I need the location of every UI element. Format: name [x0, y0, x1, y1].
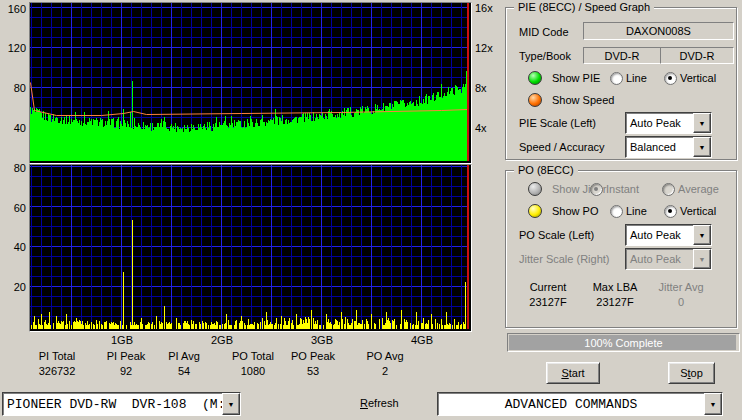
- speed-y-tick: 4x: [475, 122, 499, 134]
- stat-po-avg: PO Avg 2: [348, 350, 422, 377]
- dropdown-arrow-icon[interactable]: ▼: [704, 393, 722, 415]
- po-line-label: Line: [626, 205, 647, 217]
- speed-accuracy-select[interactable]: Balanced ▼: [625, 136, 712, 158]
- stat-label: PO Avg: [348, 350, 422, 362]
- jitter-average-radio: [662, 183, 675, 196]
- po-scale-label: PO Scale (Left): [519, 229, 594, 241]
- po-scale-value: Auto Peak: [626, 225, 693, 245]
- po-chart: [30, 165, 469, 329]
- show-speed-led-icon[interactable]: [528, 93, 542, 107]
- show-pie-led-icon[interactable]: [528, 71, 542, 85]
- po-scale-select[interactable]: Auto Peak ▼: [625, 224, 712, 246]
- po-group-title: PO (8ECC): [514, 164, 578, 176]
- dropdown-arrow-icon[interactable]: ▼: [222, 393, 240, 415]
- speed-y-tick: 8x: [475, 82, 499, 94]
- po-line-radio[interactable]: [610, 205, 623, 218]
- pie-y-tick: 120: [0, 42, 26, 54]
- pie-vertical-label: Vertical: [680, 72, 716, 84]
- progress-text: 100% Complete: [508, 334, 739, 351]
- jitter-instant-label: Instant: [606, 183, 639, 195]
- stat-value: 326732: [20, 365, 94, 377]
- advanced-commands-value: ADVANCED COMMANDS: [438, 393, 704, 415]
- x-axis-tick: 3GB: [302, 334, 342, 346]
- jitter-scale-select: Auto Peak ▼: [625, 248, 712, 270]
- pie-group-title: PIE (8ECC) / Speed Graph: [514, 1, 654, 13]
- jitter-avg-value: 0: [646, 296, 716, 308]
- max-lba-value: 23127F: [580, 296, 650, 308]
- show-pie-label: Show PIE: [552, 72, 600, 84]
- stat-value: 2: [348, 365, 422, 377]
- po-chart-frame: [29, 164, 472, 332]
- jitter-avg: Jitter Avg 0: [646, 281, 716, 308]
- pie-y-tick: 40: [0, 122, 26, 134]
- dropdown-arrow-icon[interactable]: ▼: [693, 113, 711, 133]
- x-axis-tick: 2GB: [202, 334, 242, 346]
- po-y-tick: 40: [0, 241, 26, 253]
- jitter-instant-radio: [590, 183, 603, 196]
- stop-button[interactable]: Stop: [668, 362, 715, 384]
- app-window: 160 120 80 40 16x 12x 8x 4x 80 60 40 20 …: [0, 0, 742, 420]
- pie-scale-value: Auto Peak: [626, 113, 693, 133]
- speed-y-tick: 12x: [475, 42, 499, 54]
- stat-label: PO Peak: [276, 350, 350, 362]
- x-axis-tick: 4GB: [402, 334, 442, 346]
- stat-value: 54: [147, 365, 221, 377]
- start-button[interactable]: Start: [546, 362, 600, 384]
- pie-scale-label: PIE Scale (Left): [519, 117, 596, 129]
- progress-bar: 100% Complete: [507, 333, 740, 352]
- current-label: Current: [513, 281, 583, 293]
- jitter-scale-label: Jitter Scale (Right): [519, 253, 609, 265]
- dropdown-arrow-icon[interactable]: ▼: [693, 225, 711, 245]
- stat-po-peak: PO Peak 53: [276, 350, 350, 377]
- po-group: PO (8ECC) Show Jitter Instant Average Sh…: [505, 170, 737, 328]
- show-jitter-led-icon: [528, 182, 542, 196]
- x-axis-tick: 1GB: [102, 334, 142, 346]
- stat-label: PI Avg: [147, 350, 221, 362]
- book-field: DVD-R: [660, 47, 734, 64]
- type-value: DVD-R: [605, 50, 640, 62]
- type-field: DVD-R: [583, 47, 661, 64]
- mid-code-value: DAXON008S: [626, 25, 691, 37]
- show-po-led-icon[interactable]: [528, 204, 542, 218]
- jitter-avg-label: Jitter Avg: [646, 281, 716, 293]
- stat-pi-total: PI Total 326732: [20, 350, 94, 377]
- dropdown-arrow-icon[interactable]: ▼: [693, 137, 711, 157]
- dropdown-arrow-icon: ▼: [693, 249, 711, 269]
- pie-speed-group: PIE (8ECC) / Speed Graph MID Code DAXON0…: [505, 7, 737, 160]
- po-y-tick: 20: [0, 281, 26, 293]
- drive-select[interactable]: PIONEER DVD-RW DVR-108 (M:) ▼: [2, 392, 241, 416]
- pie-vertical-radio[interactable]: [664, 72, 677, 85]
- po-vertical-radio[interactable]: [664, 205, 677, 218]
- pie-y-tick: 160: [0, 3, 26, 15]
- pie-line-radio[interactable]: [610, 72, 623, 85]
- type-book-label: Type/Book: [519, 50, 571, 62]
- mid-code-field: DAXON008S: [583, 22, 734, 40]
- pie-speed-chart: [30, 3, 469, 161]
- po-y-tick: 60: [0, 202, 26, 214]
- refresh-label[interactable]: Refresh: [360, 397, 399, 409]
- show-speed-label: Show Speed: [552, 94, 614, 106]
- pie-scale-select[interactable]: Auto Peak ▼: [625, 112, 712, 134]
- current-value: 23127F: [513, 296, 583, 308]
- mid-code-label: MID Code: [519, 26, 569, 38]
- pie-speed-chart-frame: [29, 2, 472, 164]
- pie-y-tick: 80: [0, 82, 26, 94]
- po-vertical-label: Vertical: [680, 205, 716, 217]
- advanced-commands-select[interactable]: ADVANCED COMMANDS ▼: [437, 392, 723, 416]
- speed-accuracy-label: Speed / Accuracy: [519, 141, 605, 153]
- pie-line-label: Line: [626, 72, 647, 84]
- stat-value: 53: [276, 365, 350, 377]
- drive-value: PIONEER DVD-RW DVR-108 (M:): [3, 393, 222, 415]
- speed-y-tick: 16x: [475, 2, 499, 14]
- jitter-scale-value: Auto Peak: [626, 249, 693, 269]
- jitter-average-label: Average: [678, 183, 719, 195]
- stat-label: PI Total: [20, 350, 94, 362]
- max-lba-label: Max LBA: [580, 281, 650, 293]
- po-y-tick: 80: [0, 162, 26, 174]
- max-lba: Max LBA 23127F: [580, 281, 650, 308]
- book-value: DVD-R: [680, 50, 715, 62]
- show-po-label: Show PO: [552, 205, 598, 217]
- stat-pi-avg: PI Avg 54: [147, 350, 221, 377]
- speed-accuracy-value: Balanced: [626, 137, 693, 157]
- current-lba: Current 23127F: [513, 281, 583, 308]
